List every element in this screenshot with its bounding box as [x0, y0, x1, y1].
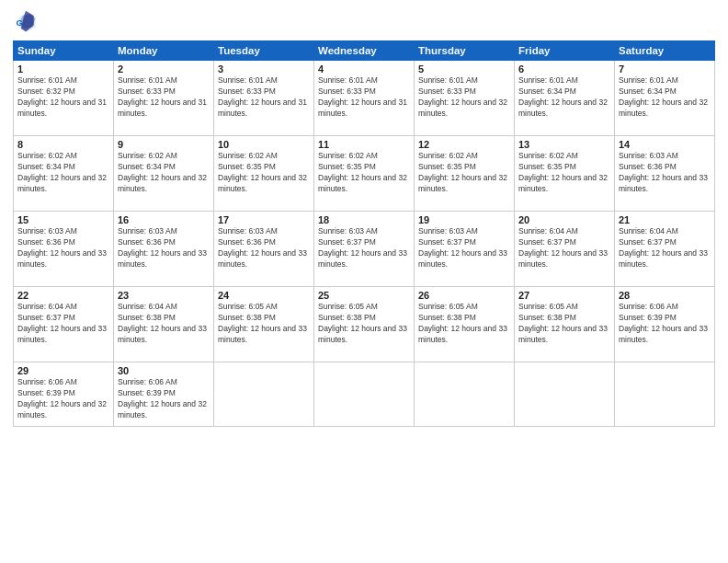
day-number: 25 [318, 290, 410, 301]
page: G Sunday Monday Tuesday Wednesday Thursd… [0, 0, 728, 563]
day-number: 11 [318, 139, 410, 150]
day-info: Sunrise: 6:04 AMSunset: 6:37 PMDaylight:… [619, 226, 711, 270]
day-number: 3 [218, 63, 310, 75]
day-number: 30 [118, 365, 210, 376]
day-number: 7 [619, 63, 711, 75]
day-info: Sunrise: 6:01 AMSunset: 6:33 PMDaylight:… [218, 75, 310, 120]
calendar-table: Sunday Monday Tuesday Wednesday Thursday… [13, 40, 715, 427]
day-info: Sunrise: 6:01 AMSunset: 6:34 PMDaylight:… [518, 75, 610, 120]
day-info: Sunrise: 6:02 AMSunset: 6:35 PMDaylight:… [518, 151, 610, 195]
table-row [314, 362, 415, 427]
table-row [615, 362, 715, 427]
table-row: 18Sunrise: 6:03 AMSunset: 6:37 PMDayligh… [314, 212, 415, 287]
day-info: Sunrise: 6:06 AMSunset: 6:39 PMDaylight:… [118, 377, 210, 421]
day-number: 14 [619, 139, 711, 150]
day-number: 21 [619, 214, 711, 225]
day-number: 29 [17, 365, 109, 376]
day-info: Sunrise: 6:02 AMSunset: 6:34 PMDaylight:… [17, 151, 109, 195]
day-info: Sunrise: 6:04 AMSunset: 6:37 PMDaylight:… [17, 302, 109, 346]
table-row: 23Sunrise: 6:04 AMSunset: 6:38 PMDayligh… [114, 287, 214, 362]
day-number: 4 [318, 63, 410, 75]
table-row: 12Sunrise: 6:02 AMSunset: 6:35 PMDayligh… [415, 136, 515, 212]
table-row: 3Sunrise: 6:01 AMSunset: 6:33 PMDaylight… [214, 61, 314, 136]
col-wednesday: Wednesday [314, 41, 415, 61]
day-info: Sunrise: 6:05 AMSunset: 6:38 PMDaylight:… [518, 302, 610, 346]
day-number: 20 [518, 214, 610, 225]
day-info: Sunrise: 6:05 AMSunset: 6:38 PMDaylight:… [318, 302, 410, 346]
day-number: 26 [418, 290, 510, 301]
table-row: 19Sunrise: 6:03 AMSunset: 6:37 PMDayligh… [415, 212, 515, 287]
day-number: 27 [518, 290, 610, 301]
table-row: 27Sunrise: 6:05 AMSunset: 6:38 PMDayligh… [515, 287, 615, 362]
day-number: 2 [118, 63, 210, 75]
table-row: 1Sunrise: 6:01 AMSunset: 6:32 PMDaylight… [14, 61, 114, 136]
header: G [13, 9, 715, 35]
day-info: Sunrise: 6:03 AMSunset: 6:36 PMDaylight:… [17, 226, 109, 270]
day-info: Sunrise: 6:02 AMSunset: 6:35 PMDaylight:… [318, 151, 410, 195]
day-number: 6 [518, 63, 610, 75]
table-row: 7Sunrise: 6:01 AMSunset: 6:34 PMDaylight… [615, 61, 715, 136]
day-number: 9 [118, 139, 210, 150]
table-row: 11Sunrise: 6:02 AMSunset: 6:35 PMDayligh… [314, 136, 415, 212]
col-tuesday: Tuesday [214, 41, 314, 61]
table-row: 29Sunrise: 6:06 AMSunset: 6:39 PMDayligh… [14, 362, 114, 427]
calendar-week-row: 1Sunrise: 6:01 AMSunset: 6:32 PMDaylight… [14, 61, 715, 136]
day-number: 8 [17, 139, 109, 150]
table-row [415, 362, 515, 427]
day-number: 22 [17, 290, 109, 301]
day-info: Sunrise: 6:03 AMSunset: 6:36 PMDaylight:… [619, 151, 711, 195]
day-number: 24 [218, 290, 310, 301]
day-number: 17 [218, 214, 310, 225]
day-info: Sunrise: 6:03 AMSunset: 6:36 PMDaylight:… [218, 226, 310, 270]
table-row: 17Sunrise: 6:03 AMSunset: 6:36 PMDayligh… [214, 212, 314, 287]
day-info: Sunrise: 6:03 AMSunset: 6:36 PMDaylight:… [118, 226, 210, 270]
day-number: 28 [619, 290, 711, 301]
logo: G [13, 9, 42, 35]
day-number: 23 [118, 290, 210, 301]
table-row: 21Sunrise: 6:04 AMSunset: 6:37 PMDayligh… [615, 212, 715, 287]
table-row: 5Sunrise: 6:01 AMSunset: 6:33 PMDaylight… [415, 61, 515, 136]
day-info: Sunrise: 6:01 AMSunset: 6:34 PMDaylight:… [619, 75, 711, 120]
col-saturday: Saturday [615, 41, 715, 61]
table-row: 22Sunrise: 6:04 AMSunset: 6:37 PMDayligh… [14, 287, 114, 362]
table-row: 2Sunrise: 6:01 AMSunset: 6:33 PMDaylight… [114, 61, 214, 136]
day-info: Sunrise: 6:03 AMSunset: 6:37 PMDaylight:… [418, 226, 510, 270]
calendar-week-row: 22Sunrise: 6:04 AMSunset: 6:37 PMDayligh… [14, 287, 715, 362]
day-info: Sunrise: 6:02 AMSunset: 6:35 PMDaylight:… [218, 151, 310, 195]
table-row: 30Sunrise: 6:06 AMSunset: 6:39 PMDayligh… [114, 362, 214, 427]
day-info: Sunrise: 6:01 AMSunset: 6:33 PMDaylight:… [118, 75, 210, 120]
table-row: 9Sunrise: 6:02 AMSunset: 6:34 PMDaylight… [114, 136, 214, 212]
day-info: Sunrise: 6:02 AMSunset: 6:35 PMDaylight:… [418, 151, 510, 195]
table-row: 6Sunrise: 6:01 AMSunset: 6:34 PMDaylight… [515, 61, 615, 136]
table-row: 14Sunrise: 6:03 AMSunset: 6:36 PMDayligh… [615, 136, 715, 212]
table-row: 15Sunrise: 6:03 AMSunset: 6:36 PMDayligh… [14, 212, 114, 287]
calendar-week-row: 29Sunrise: 6:06 AMSunset: 6:39 PMDayligh… [14, 362, 715, 427]
col-monday: Monday [114, 41, 214, 61]
table-row: 8Sunrise: 6:02 AMSunset: 6:34 PMDaylight… [14, 136, 114, 212]
logo-icon: G [13, 9, 39, 35]
day-info: Sunrise: 6:02 AMSunset: 6:34 PMDaylight:… [118, 151, 210, 195]
day-info: Sunrise: 6:06 AMSunset: 6:39 PMDaylight:… [619, 302, 711, 346]
day-number: 5 [418, 63, 510, 75]
day-info: Sunrise: 6:01 AMSunset: 6:32 PMDaylight:… [17, 75, 109, 120]
col-friday: Friday [515, 41, 615, 61]
day-info: Sunrise: 6:01 AMSunset: 6:33 PMDaylight:… [418, 75, 510, 120]
day-info: Sunrise: 6:03 AMSunset: 6:37 PMDaylight:… [318, 226, 410, 270]
day-info: Sunrise: 6:05 AMSunset: 6:38 PMDaylight:… [218, 302, 310, 346]
table-row: 24Sunrise: 6:05 AMSunset: 6:38 PMDayligh… [214, 287, 314, 362]
table-row: 25Sunrise: 6:05 AMSunset: 6:38 PMDayligh… [314, 287, 415, 362]
day-number: 19 [418, 214, 510, 225]
day-number: 12 [418, 139, 510, 150]
table-row: 13Sunrise: 6:02 AMSunset: 6:35 PMDayligh… [515, 136, 615, 212]
table-row: 20Sunrise: 6:04 AMSunset: 6:37 PMDayligh… [515, 212, 615, 287]
day-info: Sunrise: 6:06 AMSunset: 6:39 PMDaylight:… [17, 377, 109, 421]
day-info: Sunrise: 6:04 AMSunset: 6:37 PMDaylight:… [518, 226, 610, 270]
table-row [515, 362, 615, 427]
day-info: Sunrise: 6:05 AMSunset: 6:38 PMDaylight:… [418, 302, 510, 346]
day-number: 15 [17, 214, 109, 225]
table-row: 26Sunrise: 6:05 AMSunset: 6:38 PMDayligh… [415, 287, 515, 362]
svg-text:G: G [17, 17, 23, 28]
table-row [214, 362, 314, 427]
day-info: Sunrise: 6:01 AMSunset: 6:33 PMDaylight:… [318, 75, 410, 120]
day-number: 10 [218, 139, 310, 150]
